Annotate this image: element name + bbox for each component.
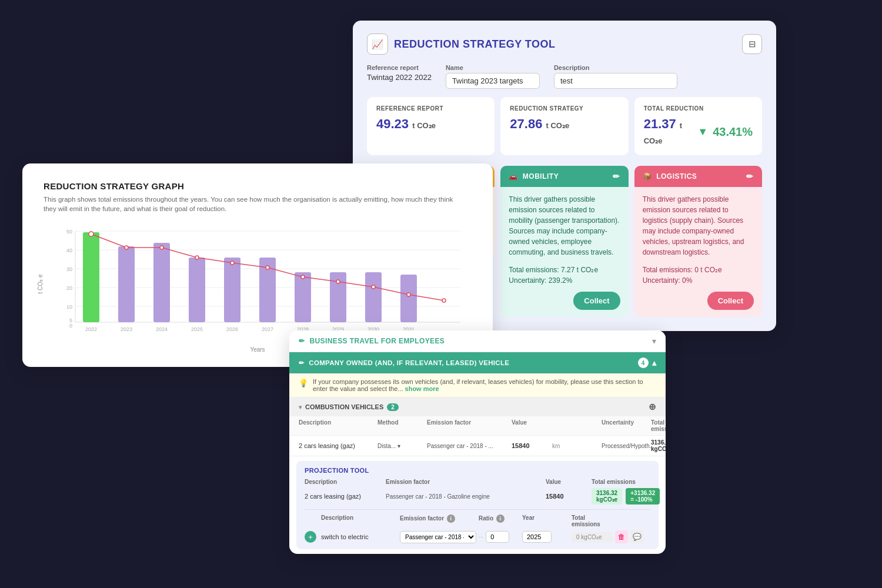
collapse-icon[interactable]: ▾ (299, 404, 302, 410)
svg-text:20: 20 (66, 285, 72, 291)
logistics-emissions: Total emissions: 0 t CO₂e Uncertainty: 0… (643, 265, 754, 310)
row-uncertainty: Processed/Hypoth... (602, 443, 649, 449)
proj-year-input[interactable] (522, 531, 552, 543)
row-unit: km (552, 443, 599, 449)
col-description: Description (299, 419, 375, 432)
col-total: Total emissions (651, 419, 666, 432)
comment-projection-button[interactable]: 💬 (630, 530, 643, 543)
svg-text:2024: 2024 (156, 326, 168, 332)
svg-point-30 (301, 275, 305, 279)
proj-value: 15840 (546, 493, 587, 500)
info-ef-icon: i (447, 514, 455, 523)
projection-data-row: 2 cars leasing (gaz) Passenger car - 201… (305, 488, 650, 505)
combustion-count: 2 (387, 403, 399, 411)
svg-rect-18 (224, 258, 240, 322)
logistics-category-header: 📦 LOGISTICS ✏ (634, 166, 762, 187)
proj-col-emission: Emission factor (386, 479, 541, 485)
proj-sub-col-total: Total emissions (572, 514, 613, 527)
svg-point-25 (125, 246, 128, 249)
svg-text:2027: 2027 (262, 326, 273, 332)
rst-title: REDUCTION STRATEGY TOOL (394, 38, 556, 51)
rst-logo: 📈 REDUCTION STRATEGY TOOL (367, 34, 556, 55)
delete-projection-button[interactable]: 🗑 (615, 530, 628, 543)
show-more-link[interactable]: show more (405, 385, 439, 392)
mobility-collect-button[interactable]: Collect (573, 292, 620, 310)
name-label: Name (446, 64, 540, 71)
proj-sub-col-desc: Description (321, 514, 397, 527)
svg-text:2025: 2025 (191, 326, 203, 332)
proj-sub-col-ratio: Ratio i (479, 514, 520, 527)
proj-ef: Passenger car - 2018 - Gazoline engine (386, 493, 541, 500)
col-value: Value (512, 419, 550, 432)
strategy-stat-label: REDUCTION STRATEGY (510, 105, 619, 112)
proj-desc: 2 cars leasing (gaz) (305, 493, 381, 500)
svg-text:10: 10 (66, 304, 72, 310)
col-uncertainty: Uncertainty (602, 419, 649, 432)
name-input[interactable] (446, 73, 540, 89)
bottom-panel: ✏ BUSINESS TRAVEL FOR EMPLOYEES ▾ ✏ COMP… (289, 330, 666, 554)
svg-point-29 (266, 266, 269, 269)
proj-col-description: Description (305, 479, 381, 485)
svg-rect-14 (83, 232, 99, 322)
ref-value: Twintag 2022 2022 (367, 73, 432, 82)
svg-point-31 (336, 280, 340, 283)
strategy-stat-value: 27.86 t CO₂e (510, 116, 619, 132)
svg-point-24 (89, 232, 93, 236)
mobility-category-card: 🚗 MOBILITY ✏ This driver gathers possibl… (500, 166, 628, 317)
logistics-icon: 📦 (643, 172, 652, 181)
row-total-emissions: 3136.32 kgCO₂e (651, 439, 666, 452)
add-projection-button[interactable]: + (305, 531, 316, 543)
graph-title: REDUCTION STRATEGY GRAPH (44, 181, 472, 191)
svg-text:40: 40 (66, 248, 72, 253)
warning-text: If your company possesses its own vehicl… (313, 378, 643, 392)
proj-ratio-input[interactable] (486, 531, 509, 543)
logistics-edit-icon[interactable]: ✏ (746, 172, 754, 181)
svg-text:2022: 2022 (85, 326, 97, 332)
vehicle-warning: 💡 If your company possesses its own vehi… (289, 373, 666, 397)
proj-sub-desc: switch to electric (321, 533, 397, 540)
row-emission-factor: Passenger car - 2018 - ... (427, 443, 509, 449)
pencil-white-icon: ✏ (299, 359, 304, 367)
svg-text:0: 0 (69, 323, 72, 329)
company-vehicle-section[interactable]: ✏ COMPANY OWNED (AND, IF RELEVANT, LEASE… (289, 352, 666, 373)
logistics-label: LOGISTICS (656, 172, 697, 181)
business-travel-section[interactable]: ✏ BUSINESS TRAVEL FOR EMPLOYEES ▾ (289, 330, 666, 352)
section2-label: COMPANY OWNED (AND, IF RELEVANT, LEASED)… (309, 359, 509, 366)
logistics-collect-button[interactable]: Collect (707, 292, 754, 310)
section1-label: BUSINESS TRAVEL FOR EMPLOYEES (309, 337, 445, 345)
row-value: 15840 (512, 442, 550, 449)
pencil-icon: ✏ (299, 337, 305, 345)
proj-sub-header: Description Emission factor i Ratio i Ye… (305, 509, 650, 527)
svg-text:50: 50 (66, 229, 72, 235)
logistics-body: This driver gathers possible emission so… (634, 187, 762, 317)
mobility-label: MOBILITY (523, 172, 559, 181)
data-table-header: Description Method Emission factor Value… (289, 416, 666, 436)
svg-rect-23 (400, 275, 417, 322)
dots-icon: ··· (479, 534, 483, 540)
svg-text:30: 30 (66, 266, 72, 272)
svg-point-27 (195, 256, 199, 259)
proj-sub-col-ef: Emission factor i (400, 514, 476, 527)
projection-tool: PROJECTION TOOL Description Emission fac… (296, 461, 659, 549)
ref-stat-value: 49.23 t CO₂e (376, 116, 485, 132)
graph-y-label: t CO₂ e (37, 275, 44, 294)
logistics-desc: This driver gathers possible emission so… (643, 194, 754, 258)
projection-title: PROJECTION TOOL (305, 467, 650, 474)
proj-sub-ef-select[interactable]: Passenger car - 2018 - Gazoline... (400, 531, 476, 543)
mobility-category-header: 🚗 MOBILITY ✏ (500, 166, 628, 187)
chevron-down-icon: ▾ (652, 336, 656, 346)
mobility-body: This driver gathers possible emission so… (500, 187, 628, 317)
svg-point-28 (230, 261, 234, 265)
warning-icon: 💡 (299, 379, 308, 387)
desc-input[interactable] (554, 73, 677, 89)
add-combustion-icon[interactable]: ⊕ (649, 402, 656, 412)
name-group: Name (446, 64, 540, 89)
graph-desc: This graph shows total emissions through… (44, 195, 455, 213)
row-method: Dista... ▾ (377, 443, 425, 449)
mobility-edit-icon[interactable]: ✏ (613, 172, 620, 181)
filter-icon[interactable]: ⊟ (742, 34, 762, 54)
section2-badge: 4 (638, 358, 649, 368)
svg-rect-16 (153, 243, 170, 322)
proj-sub-total: 0 kgCO₂e (572, 532, 613, 542)
reduction-strategy-stat: REDUCTION STRATEGY 27.86 t CO₂e (500, 97, 628, 155)
